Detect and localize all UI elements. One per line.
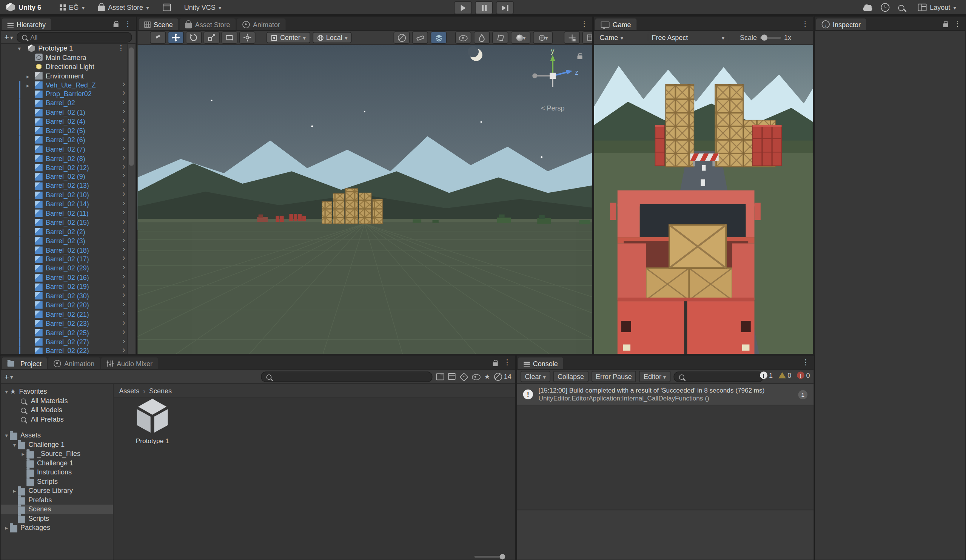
hierarchy-item[interactable]: Barrel_02 (1) <box>1 108 136 117</box>
hierarchy-item[interactable]: Barrel_02 (29) <box>1 264 136 273</box>
step-button[interactable] <box>496 1 514 14</box>
debug-draw-toggle[interactable] <box>394 31 409 44</box>
kebab-menu-icon[interactable] <box>503 358 511 367</box>
tool-hand[interactable] <box>150 31 166 44</box>
expander-icon[interactable] <box>3 430 10 440</box>
hierarchy-item[interactable]: Barrel_02 (3) <box>1 236 136 246</box>
hierarchy-item[interactable]: Barrel_02 (16) <box>1 273 136 282</box>
collapse-button[interactable]: Collapse <box>554 371 588 382</box>
project-search-input[interactable] <box>274 373 427 380</box>
tab-inspector[interactable]: Inspector <box>816 18 866 30</box>
lighting-toggle[interactable] <box>493 31 508 44</box>
layers-visibility-toggle[interactable] <box>431 31 447 44</box>
expander-icon[interactable] <box>11 486 18 496</box>
prefab-chevron-icon[interactable] <box>123 236 125 245</box>
tab-console[interactable]: Console <box>518 357 564 369</box>
hierarchy-item[interactable]: Barrel_02 (23) <box>1 319 136 328</box>
collapse-arrow-icon[interactable] <box>18 44 20 54</box>
expander-icon[interactable] <box>20 449 26 458</box>
folder-row[interactable]: Scripts <box>1 514 113 524</box>
display-dropdown[interactable]: Game <box>595 32 628 43</box>
hierarchy-item[interactable]: Barrel_02 (9) <box>1 172 136 182</box>
tab-animation[interactable]: Animation <box>48 357 100 369</box>
kebab-menu-icon[interactable] <box>954 19 961 28</box>
open-in-window-icon[interactable] <box>436 373 444 380</box>
hierarchy-item[interactable]: Barrel_02 (30) <box>1 291 136 301</box>
hierarchy-item[interactable]: Barrel_02 <box>1 99 136 108</box>
slider-knob[interactable] <box>761 34 767 40</box>
pause-button[interactable] <box>475 1 493 14</box>
info-count-toggle[interactable]: 1 <box>760 372 773 379</box>
prefab-chevron-icon[interactable] <box>123 263 125 272</box>
hierarchy-item[interactable]: Barrel_02 (10) <box>1 190 136 200</box>
gizmo-lock-icon[interactable] <box>578 56 582 59</box>
aspect-dropdown[interactable]: Free Aspect <box>647 32 729 43</box>
warning-count-toggle[interactable]: 0 <box>779 372 792 379</box>
tab-animator[interactable]: Animator <box>237 18 286 30</box>
hierarchy-item[interactable]: Barrel_02 (2) <box>1 228 136 236</box>
hierarchy-item[interactable]: Barrel_02 (5) <box>1 126 136 135</box>
tool-transform[interactable] <box>239 31 255 44</box>
hierarchy-item[interactable]: Barrel_02 (13) <box>1 182 136 190</box>
hierarchy-item[interactable]: Barrel_02 (8) <box>1 154 136 163</box>
cloud-icon[interactable] <box>863 7 873 11</box>
tool-rect[interactable] <box>222 31 237 44</box>
prefab-chevron-icon[interactable] <box>123 108 125 116</box>
tab-audio-mixer[interactable]: Audio Mixer <box>101 357 158 369</box>
expander-icon[interactable] <box>3 523 10 533</box>
prefab-chevron-icon[interactable] <box>123 245 125 254</box>
hierarchy-item[interactable]: Veh_Ute_Red_Z <box>1 80 136 89</box>
hierarchy-item[interactable]: Environment <box>1 71 136 80</box>
favorites-item[interactable]: All Materials <box>1 396 113 406</box>
hierarchy-item[interactable]: Barrel_02 (15) <box>1 218 136 227</box>
favorites-filter-icon[interactable] <box>484 373 490 380</box>
hierarchy-item[interactable]: Barrel_02 (19) <box>1 282 136 291</box>
error-pause-button[interactable]: Error Pause <box>591 371 636 382</box>
console-search-input[interactable] <box>687 373 759 380</box>
package-filter-icon[interactable] <box>448 373 455 380</box>
label-filter-icon[interactable] <box>459 373 468 382</box>
space-dropdown[interactable]: Local <box>312 32 352 43</box>
folder-row[interactable]: Instructions <box>1 468 113 477</box>
pivot-dropdown[interactable]: Center <box>266 32 310 43</box>
console-search[interactable] <box>674 372 764 382</box>
prefab-chevron-icon[interactable] <box>123 282 125 291</box>
kebab-menu-icon[interactable] <box>581 19 588 28</box>
account-menu[interactable]: EĞ <box>55 0 89 14</box>
editor-dropdown[interactable]: Editor <box>639 371 670 382</box>
expander-icon[interactable] <box>3 386 10 396</box>
prefab-chevron-icon[interactable] <box>123 318 125 327</box>
prefab-chevron-icon[interactable] <box>123 291 125 300</box>
hierarchy-search-input[interactable] <box>30 33 127 41</box>
shading-mode-dropdown[interactable] <box>511 31 531 44</box>
prefab-chevron-icon[interactable] <box>123 218 125 227</box>
hierarchy-item[interactable]: Barrel_02 (7) <box>1 145 136 154</box>
breadcrumb-root[interactable]: Assets <box>119 386 139 394</box>
tool-rotate[interactable] <box>186 31 202 44</box>
packages-root[interactable]: Packages <box>1 523 113 532</box>
scene-options-icon[interactable] <box>117 44 125 53</box>
kebab-menu-icon[interactable] <box>802 19 809 28</box>
orientation-gizmo[interactable]: y z < Persp <box>524 47 581 111</box>
tab-scene[interactable]: Scene <box>139 18 179 30</box>
prefab-chevron-icon[interactable] <box>123 126 125 134</box>
lock-icon[interactable] <box>113 23 118 27</box>
expander-icon[interactable] <box>26 71 29 81</box>
folder-row[interactable]: Challenge 1 <box>1 458 113 468</box>
perspective-label[interactable]: < Persp <box>524 104 581 111</box>
scene-visibility-toggle[interactable] <box>456 31 472 44</box>
folder-row[interactable]: Scenes <box>1 504 113 514</box>
folder-row[interactable]: _Source_Files <box>1 449 113 458</box>
favorites-item[interactable]: All Prefabs <box>1 415 113 424</box>
hierarchy-item[interactable]: Barrel_02 (22) <box>1 347 136 354</box>
hierarchy-item[interactable]: Barrel_02 (4) <box>1 117 136 126</box>
prefab-chevron-icon[interactable] <box>123 254 125 263</box>
favorites-item[interactable]: All Models <box>1 405 113 415</box>
folder-row[interactable]: Scripts <box>1 477 113 486</box>
measure-tool-toggle[interactable] <box>412 31 428 44</box>
hierarchy-item[interactable]: Barrel_02 (18) <box>1 246 136 255</box>
create-object-button[interactable] <box>4 33 13 42</box>
folder-row[interactable]: Challenge 1 <box>1 440 113 450</box>
tool-scale[interactable] <box>204 31 219 44</box>
hierarchy-scrollbar[interactable] <box>127 44 135 354</box>
